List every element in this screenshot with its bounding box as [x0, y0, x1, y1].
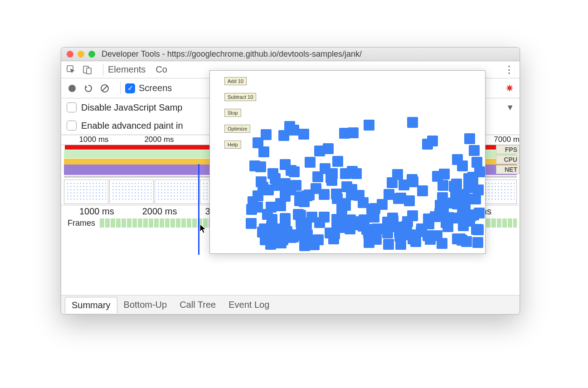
preview-sprite: [451, 179, 462, 189]
cursor-icon: [199, 224, 208, 234]
inspect-icon[interactable]: [66, 64, 77, 75]
preview-sprite: [455, 233, 466, 244]
preview-sprite: [365, 228, 376, 239]
preview-sprite: [339, 128, 350, 139]
paint-instr-label: Enable advanced paint in: [81, 121, 183, 131]
preview-sprite: [257, 227, 268, 238]
clear-icon[interactable]: [99, 83, 110, 94]
window-title: Developer Tools - https://googlechrome.g…: [102, 49, 362, 59]
preview-sprite: [253, 137, 263, 148]
fps-label: FPS: [496, 145, 520, 154]
preview-sprite: [458, 192, 469, 203]
preview-sprite: [450, 213, 461, 223]
preview-sprite: [416, 223, 427, 234]
preview-sprite: [280, 178, 291, 189]
timeline-playhead[interactable]: [198, 164, 199, 255]
preview-button: Add 10: [224, 77, 247, 85]
zoom-icon[interactable]: [88, 51, 95, 58]
preview-sprite: [345, 214, 356, 225]
preview-sprite: [410, 236, 421, 247]
preview-sprite: [256, 176, 267, 187]
preview-sprite: [439, 169, 450, 179]
close-icon[interactable]: [67, 51, 73, 58]
reload-icon[interactable]: [83, 83, 94, 94]
screenshot-preview-popup: Add 10Subtract 10StopOptimizeHelp: [209, 70, 486, 254]
preview-button: Help: [224, 141, 241, 149]
disable-js-samples-label: Disable JavaScript Samp: [81, 102, 182, 113]
ruler-tick: 2000 ms: [142, 206, 205, 217]
svg-line-5: [102, 86, 107, 91]
preview-sprite: [472, 237, 483, 248]
window-controls: [67, 51, 95, 58]
preview-sprite: [276, 238, 287, 248]
preview-sprite: [457, 160, 468, 171]
preview-sprite: [334, 222, 345, 233]
screenshot-thumb[interactable]: [109, 179, 154, 204]
screenshot-thumb[interactable]: [155, 179, 199, 204]
preview-sprite: [395, 193, 406, 204]
preview-sprite: [313, 234, 324, 245]
collapse-icon[interactable]: ▼: [506, 103, 514, 112]
settings-icon[interactable]: ✷: [505, 82, 514, 95]
preview-sprite: [387, 177, 398, 188]
preview-sprite: [314, 217, 325, 228]
record-icon[interactable]: [67, 83, 78, 94]
details-tabs: Summary Bottom-Up Call Tree Event Log: [61, 295, 520, 314]
preview-sprite: [304, 189, 315, 200]
preview-button: Stop: [224, 109, 241, 117]
separator: [103, 64, 103, 76]
preview-sprite: [474, 166, 485, 177]
svg-rect-2: [87, 68, 91, 74]
preview-sprite: [246, 218, 257, 229]
preview-content: Add 10Subtract 10StopOptimizeHelp: [216, 77, 479, 247]
tab-bottom-up[interactable]: Bottom-Up: [117, 297, 174, 313]
preview-sprite: [326, 175, 337, 186]
preview-sprite: [280, 159, 291, 170]
net-label: NET: [496, 165, 520, 174]
screenshots-checkbox[interactable]: ✓: [125, 83, 135, 93]
minimize-icon[interactable]: [78, 51, 84, 58]
ruler-tick: 7000 m: [488, 135, 520, 145]
preview-sprite: [427, 136, 438, 146]
preview-sprite: [262, 209, 273, 220]
more-icon[interactable]: ⋮: [504, 64, 515, 76]
tab-console[interactable]: Co: [156, 64, 167, 75]
preview-button: Optimize: [224, 125, 250, 133]
preview-sprite: [425, 234, 436, 245]
device-toggle-icon[interactable]: [82, 64, 93, 75]
tab-call-tree[interactable]: Call Tree: [173, 297, 222, 313]
frames-label: Frames: [68, 218, 95, 228]
tab-summary[interactable]: Summary: [65, 297, 117, 313]
tab-event-log[interactable]: Event Log: [222, 297, 276, 313]
preview-sprite: [298, 129, 309, 140]
preview-sprite: [255, 161, 266, 172]
preview-sprite: [364, 120, 374, 131]
preview-sprite: [274, 223, 285, 234]
preview-sprite: [340, 168, 351, 179]
preview-sprite: [384, 189, 394, 200]
preview-sprite: [471, 224, 482, 235]
preview-sprite: [332, 156, 343, 167]
preview-sprite: [299, 240, 310, 251]
svg-point-3: [68, 85, 76, 92]
preview-sprite: [468, 209, 479, 220]
preview-sprite: [417, 185, 428, 196]
ruler-tick: 1000 ms: [61, 135, 126, 145]
preview-button: Subtract 10: [224, 93, 256, 101]
preview-sprite: [252, 202, 263, 213]
preview-sprite: [355, 216, 366, 227]
preview-sprite: [464, 133, 475, 144]
paint-instr-checkbox[interactable]: [67, 121, 77, 131]
preview-sprite: [341, 181, 352, 192]
preview-sprite: [301, 218, 312, 229]
preview-sprite: [383, 239, 394, 250]
preview-sprite: [437, 192, 448, 203]
screenshots-label: Screens: [139, 83, 172, 93]
screenshot-thumb[interactable]: [64, 179, 108, 204]
preview-sprite: [336, 204, 347, 214]
titlebar: Developer Tools - https://googlechrome.g…: [61, 48, 520, 61]
disable-js-samples-checkbox[interactable]: [67, 102, 77, 112]
preview-sprite: [394, 231, 405, 242]
preview-sprite: [275, 198, 286, 209]
tab-elements[interactable]: Elements: [108, 64, 146, 75]
